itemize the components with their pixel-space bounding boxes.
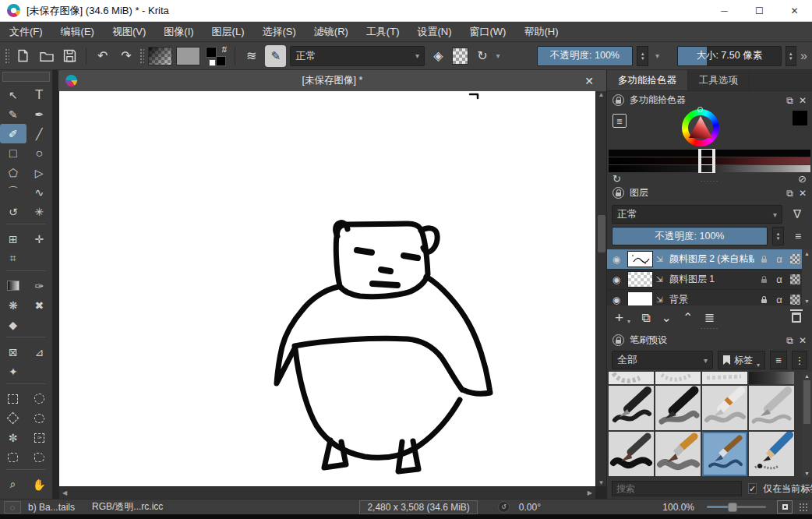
layer-visible-icon[interactable]: ◉ [609, 274, 624, 285]
colorize-mask-tool[interactable]: ✖ [26, 295, 53, 315]
foreground-background-colors[interactable]: ⇅ [204, 46, 228, 66]
brush-grid-scrollbar[interactable]: ▲▼ [802, 372, 812, 478]
minimize-button[interactable]: ─ [707, 0, 742, 22]
brush-preset-eraser-soft[interactable] [655, 372, 701, 384]
float-docker-icon[interactable]: ⧉ [786, 335, 793, 346]
select-shapes-tool[interactable]: ↖ [0, 85, 26, 104]
inherit-alpha-icon[interactable] [789, 274, 801, 284]
move-layer-down-button[interactable]: ⌄ [662, 310, 672, 325]
edit-brush-settings-button[interactable]: ✎ [265, 45, 286, 67]
undo-button[interactable]: ↶ [93, 46, 112, 66]
menu-window[interactable]: 窗口(W) [470, 25, 507, 39]
calligraphy-tool[interactable]: ✒ [26, 104, 53, 124]
scroll-up-icon[interactable]: ▲ [598, 91, 605, 98]
brush-menu-icon[interactable]: ≡ [770, 351, 787, 369]
brush-docker-header[interactable]: 笔刷预设 ⧉ ✕ [607, 331, 812, 349]
chevron-down-icon[interactable]: ▾ [496, 51, 500, 60]
brush-preset-ink-pen[interactable] [609, 386, 654, 430]
brush-preset-fine-liner[interactable] [702, 386, 747, 430]
subwindow-titlebar[interactable]: [未保存图像] * ✕ [58, 70, 606, 91]
menu-layer[interactable]: 图层(L) [212, 25, 245, 39]
measure-tool[interactable]: ⊿ [26, 342, 53, 362]
layer-row[interactable]: ◉ ⇲ 颜料图层 2 (来自粘贴) α [607, 249, 803, 270]
layer-options-menu-icon[interactable]: ≡ [789, 230, 807, 242]
gradient-swatch[interactable] [148, 47, 172, 65]
brush-outline-icon[interactable]: ◌ [4, 501, 21, 514]
brush-filter-select[interactable]: 全部▾ [612, 351, 713, 369]
tab-advanced-color-selector[interactable]: 多功能拾色器 [607, 70, 688, 90]
size-spinner[interactable]: ▴▾ [786, 46, 797, 66]
scroll-down-icon[interactable]: ▼ [598, 479, 605, 486]
toolbar-overflow-button[interactable]: » [800, 49, 807, 63]
opacity-slider[interactable]: 不透明度: 100% [537, 46, 634, 66]
layer-row[interactable]: ◉ ⇲ 颜料图层 1 α [607, 270, 803, 290]
toolbar-grip[interactable] [139, 48, 144, 64]
menu-help[interactable]: 帮助(H) [524, 25, 558, 39]
zoom-percentage[interactable]: 100.0% [662, 502, 694, 513]
brush-preset-eraser-small[interactable] [702, 372, 747, 384]
gradient-tool[interactable] [0, 276, 26, 295]
chevron-down-icon[interactable]: ▾ [655, 51, 659, 60]
zoom-slider-handle[interactable] [728, 503, 737, 512]
brush-preset-blue-pencil[interactable] [749, 432, 794, 476]
layer-thumbnail[interactable] [627, 251, 653, 267]
scroll-left-icon[interactable]: ◀ [62, 489, 67, 496]
blending-mode-select[interactable]: 正常 ▾ [290, 46, 425, 66]
multibrush-tool[interactable]: ✳ [26, 202, 53, 221]
layer-name[interactable]: 颜料图层 1 [669, 273, 754, 286]
tags-button[interactable]: 标签 ▾ [718, 351, 765, 369]
bar-handle[interactable] [698, 164, 715, 173]
opacity-spinner[interactable]: ▴▾ [637, 46, 648, 66]
fill-tool[interactable]: ◆ [0, 315, 26, 334]
tag-search-checkbox-label[interactable]: 仅在当前标签内搜索 [763, 482, 812, 496]
no-color-icon[interactable]: ⊘ [798, 173, 807, 185]
menu-select[interactable]: 选择(S) [262, 25, 295, 39]
current-color-swatch[interactable] [793, 111, 807, 125]
layer-lock-icon[interactable] [757, 256, 770, 263]
rectangle-tool[interactable]: □ [0, 143, 26, 163]
alpha-lock-icon[interactable]: α [773, 294, 786, 305]
layer-thumbnail[interactable] [627, 291, 653, 305]
layer-name[interactable]: 颜料图层 2 (来自粘贴) [669, 252, 754, 266]
layer-visible-icon[interactable]: ◉ [609, 295, 624, 305]
selector-settings-icon[interactable]: ≣ [613, 114, 627, 128]
move-tool[interactable]: ✛ [26, 229, 53, 249]
smart-patch-tool[interactable]: ❋ [0, 295, 26, 315]
float-docker-icon[interactable]: ⧉ [786, 95, 793, 106]
brush-preset-watercolor-selected[interactable] [702, 432, 747, 476]
color-profile-label[interactable]: RGB/透明...rc.icc [92, 500, 163, 514]
bezier-select-tool[interactable] [0, 447, 26, 467]
layer-lock-icon[interactable] [757, 297, 770, 303]
brush-preset-bristle-brush[interactable] [655, 432, 701, 476]
canvas-rotation-icon[interactable]: ↺ [498, 501, 510, 513]
pattern-swatch[interactable] [176, 47, 200, 65]
rectangular-select-tool[interactable] [0, 389, 26, 408]
dynamic-brush-tool[interactable]: ↺ [0, 202, 26, 221]
freehand-select-tool[interactable] [26, 408, 53, 428]
brush-preset-airbrush[interactable] [749, 372, 794, 384]
freehand-brush-tool[interactable]: ✐ [0, 124, 26, 143]
layer-thumbnail[interactable] [627, 271, 653, 288]
zoom-tool[interactable]: ⌕ [0, 475, 26, 494]
menu-view[interactable]: 视图(V) [112, 25, 146, 39]
pan-tool[interactable]: ✋ [26, 475, 53, 494]
brush-size-slider[interactable]: 大小: 7.50 像素 [677, 46, 782, 66]
alpha-lock-icon[interactable]: α [773, 274, 786, 285]
swap-colors-icon[interactable]: ⇅ [221, 45, 227, 54]
menu-settings[interactable]: 设置(N) [417, 25, 451, 39]
lock-icon[interactable] [613, 94, 624, 106]
pattern-edit-tool[interactable]: ⊠ [0, 342, 26, 362]
canvas-vertical-scrollbar[interactable]: ▲ ▼ [595, 91, 606, 486]
menu-filter[interactable]: 滤镜(R) [314, 25, 348, 39]
color-docker-header[interactable]: 多功能拾色器 ⧉ ✕ [607, 91, 812, 109]
freehand-path-tool[interactable]: ∿ [26, 182, 53, 202]
vertical-scroll-thumb[interactable] [598, 215, 605, 252]
similar-color-select-tool[interactable]: ✑ [26, 428, 53, 447]
layer-filter-icon[interactable]: ∇ [787, 207, 807, 221]
ellipse-tool[interactable]: ○ [26, 143, 53, 163]
edit-shapes-tool[interactable]: ✎ [0, 104, 26, 124]
open-document-button[interactable] [37, 46, 56, 66]
tag-search-checkbox[interactable]: ✓ [748, 483, 757, 494]
delete-layer-button[interactable] [792, 312, 801, 323]
lock-icon[interactable] [613, 334, 624, 346]
